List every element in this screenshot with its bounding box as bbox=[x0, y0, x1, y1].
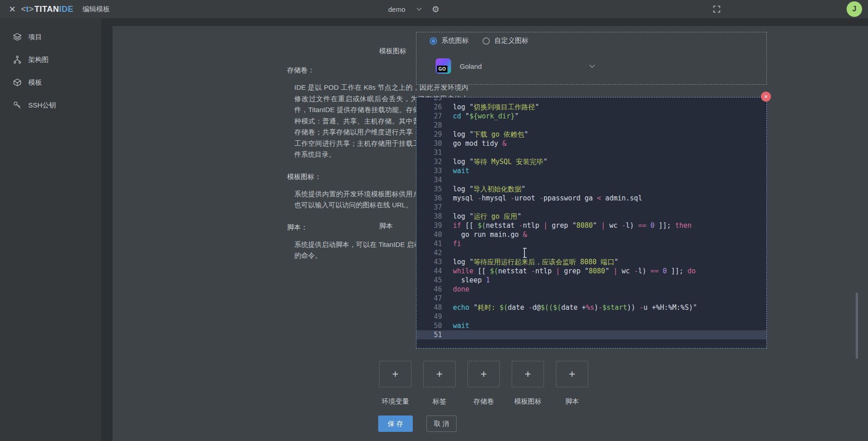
line-number: 27 bbox=[416, 112, 442, 121]
add-column: +标签 bbox=[423, 361, 456, 406]
code-line[interactable]: 26log "切换到项目工作路径" bbox=[416, 103, 766, 112]
line-number: 44 bbox=[416, 267, 442, 276]
brand-titan: TITAN bbox=[35, 5, 59, 14]
line-number: 40 bbox=[416, 230, 442, 239]
code-text: go run main.go & bbox=[453, 230, 527, 239]
add-script-button[interactable]: + bbox=[556, 361, 588, 387]
sidebar: 项目架构图模板SSH公钥 bbox=[0, 18, 101, 441]
add-column: +模板图标 bbox=[512, 361, 544, 406]
code-text: log "切换到项目工作路径" bbox=[453, 103, 539, 112]
add-column: +存储卷 bbox=[467, 361, 500, 406]
code-line[interactable]: 32log "等待 MySQL 安装完毕" bbox=[416, 157, 766, 166]
topbar: × <t>TITANIDE 编辑模板 demo ⚙ J bbox=[0, 0, 868, 18]
code-text: while [[ $(netstat -ntlp | grep "8080" |… bbox=[453, 267, 696, 276]
page-scrollbar[interactable] bbox=[856, 292, 858, 359]
script-editor[interactable]: 2526log "切换到项目工作路径"27cd "${work_dir}"282… bbox=[416, 97, 767, 349]
code-line[interactable]: 43log "等待应用运行起来后，应该会监听 8080 端口" bbox=[416, 257, 766, 267]
code-line[interactable]: 30go mod tidy & bbox=[416, 139, 766, 148]
code-line[interactable]: 31 bbox=[416, 148, 766, 157]
settings-gear-icon[interactable]: ⚙ bbox=[432, 5, 440, 14]
add-button-label: 存储卷 bbox=[473, 397, 494, 406]
code-line[interactable]: 47 bbox=[416, 294, 766, 303]
line-number: 32 bbox=[416, 157, 442, 166]
code-line[interactable]: 39if [[ $(netstat -ntlp | grep "8080" | … bbox=[416, 221, 766, 230]
code-line[interactable]: 36mysql -hmysql -uroot -ppassword ga < a… bbox=[416, 194, 766, 203]
fullscreen-icon[interactable] bbox=[712, 5, 721, 14]
save-button[interactable]: 保 存 bbox=[378, 415, 413, 432]
icon-select-dropdown[interactable]: GO Goland bbox=[436, 55, 599, 77]
code-line[interactable]: 40 go run main.go & bbox=[416, 230, 766, 239]
add-template-icon-button[interactable]: + bbox=[512, 361, 544, 387]
code-line[interactable]: 29log "下载 go 依赖包" bbox=[416, 130, 766, 139]
add-volumes-button[interactable]: + bbox=[467, 361, 500, 387]
line-number: 33 bbox=[416, 166, 442, 175]
sidebar-item-label: SSH公钥 bbox=[28, 101, 56, 110]
code-line[interactable]: 49 bbox=[416, 312, 766, 321]
line-number: 26 bbox=[416, 103, 442, 112]
code-line[interactable]: 38log "运行 go 应用" bbox=[416, 212, 766, 221]
sidebar-item-projects[interactable]: 项目 bbox=[0, 26, 101, 48]
code-text: done bbox=[453, 285, 469, 294]
line-number: 47 bbox=[416, 294, 442, 303]
line-number: 34 bbox=[416, 175, 442, 185]
code-line[interactable]: 35log "导入初始化数据" bbox=[416, 185, 766, 194]
script-label: 脚本 bbox=[379, 222, 393, 231]
code-line[interactable]: 50wait bbox=[416, 321, 766, 330]
remove-script-button[interactable]: × bbox=[761, 92, 771, 102]
line-number: 39 bbox=[416, 221, 442, 230]
code-line[interactable]: 51 bbox=[416, 330, 766, 339]
code-line[interactable]: 34 bbox=[416, 175, 766, 185]
code-text: mysql -hmysql -uroot -ppassword ga < adm… bbox=[453, 194, 642, 203]
code-text: go mod tidy & bbox=[453, 139, 506, 148]
add-button-label: 标签 bbox=[433, 397, 447, 406]
code-line[interactable]: 41fi bbox=[416, 239, 766, 248]
sidebar-item-templates[interactable]: 模板 bbox=[0, 71, 101, 94]
sidebar-item-ssh-keys[interactable]: SSH公钥 bbox=[0, 94, 101, 117]
cancel-button[interactable]: 取 消 bbox=[426, 415, 457, 432]
template-icon-label: 模板图标 bbox=[379, 47, 406, 56]
brand-bracket-open: < bbox=[21, 5, 26, 14]
layers-icon bbox=[13, 32, 22, 41]
line-number: 36 bbox=[416, 194, 442, 203]
add-env-vars-button[interactable]: + bbox=[379, 361, 411, 387]
workspace-name[interactable]: demo bbox=[388, 5, 406, 13]
add-button-label: 脚本 bbox=[565, 397, 579, 406]
line-number: 28 bbox=[416, 121, 442, 130]
add-tags-button[interactable]: + bbox=[423, 361, 456, 387]
radio-system-icon-label: 系统图标 bbox=[442, 36, 469, 45]
code-line[interactable]: 28 bbox=[416, 121, 766, 130]
brand-ide: IDE bbox=[59, 5, 74, 14]
code-text: if [[ $(netstat -ntlp | grep "8080" | wc… bbox=[453, 221, 692, 230]
code-line[interactable]: 27cd "${work_dir}" bbox=[416, 112, 766, 121]
line-number: 45 bbox=[416, 276, 442, 285]
chevron-down-icon[interactable] bbox=[416, 7, 422, 11]
page-title: 编辑模板 bbox=[82, 0, 110, 18]
code-line[interactable]: 44while [[ $(netstat -ntlp | grep "8080"… bbox=[416, 267, 766, 276]
code-text: fi bbox=[453, 239, 461, 248]
code-line[interactable]: 33wait bbox=[416, 166, 766, 175]
icon-select-value: Goland bbox=[460, 62, 482, 70]
radio-system-icon[interactable]: 系统图标 bbox=[430, 36, 469, 45]
user-avatar[interactable]: J bbox=[847, 1, 862, 17]
code-line[interactable]: 45 sleep 1 bbox=[416, 276, 766, 285]
code-text: wait bbox=[453, 166, 469, 175]
code-line[interactable]: 46done bbox=[416, 285, 766, 294]
code-line[interactable]: 37 bbox=[416, 203, 766, 212]
code-text: wait bbox=[453, 321, 469, 330]
code-text: log "等待应用运行起来后，应该会监听 8080 端口" bbox=[453, 257, 618, 267]
brand-bracket-close: > bbox=[29, 5, 34, 14]
line-number: 42 bbox=[416, 248, 442, 257]
code-line[interactable]: 25 bbox=[416, 97, 766, 103]
code-line[interactable]: 42 bbox=[416, 248, 766, 257]
sidebar-item-label: 架构图 bbox=[28, 56, 49, 64]
code-line[interactable]: 48echo "耗时: $(date -d@$(($(date +%s)-$st… bbox=[416, 303, 766, 312]
sidebar-item-architecture[interactable]: 架构图 bbox=[0, 48, 101, 71]
line-number: 29 bbox=[416, 130, 442, 139]
sidebar-item-label: 项目 bbox=[28, 33, 42, 41]
radio-custom-icon[interactable]: 自定义图标 bbox=[483, 36, 529, 45]
close-icon[interactable]: × bbox=[5, 0, 19, 18]
goland-icon-text: GO bbox=[437, 66, 447, 72]
radio-circle-icon bbox=[430, 37, 437, 45]
line-number: 31 bbox=[416, 148, 442, 157]
plus-icon: + bbox=[569, 368, 575, 380]
